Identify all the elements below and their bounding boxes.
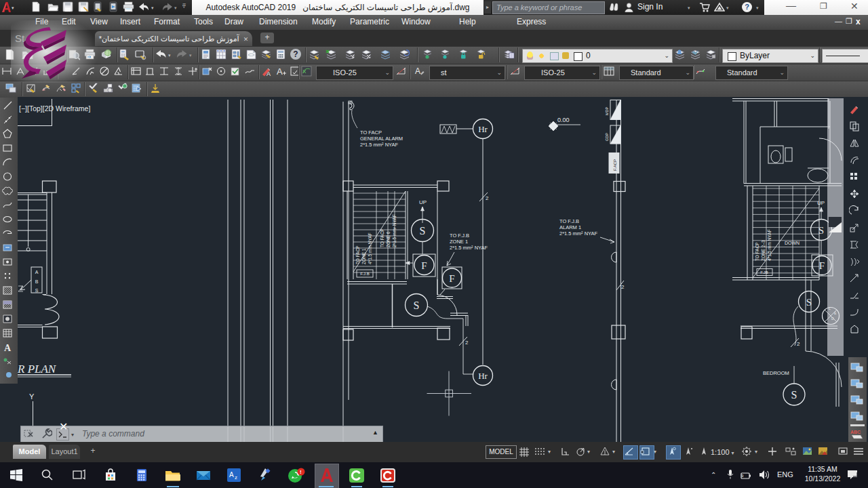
svg-text:4*1.5 mm NYAF: 4*1.5 mm NYAF bbox=[368, 232, 372, 264]
svg-text:F: F bbox=[819, 260, 825, 271]
svg-text:A: A bbox=[277, 66, 283, 77]
svg-text:S: S bbox=[818, 225, 824, 236]
svg-text:0.00: 0.00 bbox=[557, 117, 570, 123]
svg-text:!: ! bbox=[300, 469, 302, 475]
svg-text:F.J.B: F.J.B bbox=[360, 272, 369, 276]
svg-text:A: A bbox=[35, 270, 39, 274]
svg-text:ALARM 1: ALARM 1 bbox=[559, 224, 581, 230]
svg-text:ZONE 1: ZONE 1 bbox=[361, 248, 366, 264]
svg-text:S: S bbox=[420, 225, 426, 237]
svg-text:St: St bbox=[15, 33, 25, 44]
svg-text:2*1.5 mm² NYAF: 2*1.5 mm² NYAF bbox=[559, 230, 598, 237]
svg-text:2: 2 bbox=[486, 195, 489, 201]
svg-text:UP: UP bbox=[419, 199, 427, 205]
svg-text:ZONE 2–3: ZONE 2–3 bbox=[761, 240, 766, 261]
svg-text:UP: UP bbox=[817, 200, 825, 206]
svg-text:2*1.5 mm² NYAF: 2*1.5 mm² NYAF bbox=[360, 142, 399, 148]
svg-text:4*1.5 mm NYAF: 4*1.5 mm NYAF bbox=[767, 229, 772, 261]
svg-text:2: 2 bbox=[621, 284, 625, 290]
svg-text:F: F bbox=[421, 260, 427, 271]
svg-text:TO FACP: TO FACP bbox=[380, 228, 384, 247]
svg-text:S: S bbox=[414, 300, 420, 311]
svg-text:ZONE 1: ZONE 1 bbox=[450, 239, 468, 245]
svg-text:A: A bbox=[229, 471, 234, 479]
svg-text:F: F bbox=[449, 273, 454, 284]
svg-text:2: 2 bbox=[465, 340, 469, 346]
svg-text:[−][Top][2D Wireframe]: [−][Top][2D Wireframe] bbox=[19, 104, 90, 113]
svg-text:TO F.J.B: TO F.J.B bbox=[559, 218, 579, 224]
svg-text:Hr: Hr bbox=[478, 371, 488, 381]
svg-text:A: A bbox=[267, 70, 271, 77]
svg-text:Hr: Hr bbox=[478, 124, 488, 134]
svg-text:2: 2 bbox=[797, 341, 800, 347]
svg-text:GDP: GDP bbox=[605, 133, 609, 141]
svg-text:TO FACP: TO FACP bbox=[755, 242, 760, 261]
svg-text:DOWN: DOWN bbox=[785, 241, 800, 245]
svg-text:ABC: ABC bbox=[850, 430, 861, 434]
svg-text:F.ACP: F.ACP bbox=[613, 159, 617, 171]
svg-text:TO FACP: TO FACP bbox=[355, 245, 360, 264]
svg-text:2*1.5 mm² NYAF: 2*1.5 mm² NYAF bbox=[450, 245, 488, 251]
svg-text:GENERAL ALARM: GENERAL ALARM bbox=[360, 136, 403, 142]
svg-text:z: z bbox=[235, 474, 237, 481]
svg-text:TO FACP: TO FACP bbox=[360, 129, 382, 136]
svg-text:9: 9 bbox=[741, 474, 744, 478]
svg-text:MDP: MDP bbox=[605, 106, 609, 115]
svg-text:BEDROOM: BEDROOM bbox=[763, 370, 789, 376]
svg-text:TO F.J.B: TO F.J.B bbox=[450, 232, 469, 239]
svg-text:A: A bbox=[415, 66, 420, 76]
svg-text:B: B bbox=[35, 279, 39, 284]
svg-text:S: S bbox=[791, 389, 797, 401]
svg-text:Y: Y bbox=[29, 392, 35, 401]
svg-text:R PLAN: R PLAN bbox=[17, 363, 57, 375]
svg-text:ZONE 6: ZONE 6 bbox=[386, 231, 391, 247]
svg-text:F.JB: F.JB bbox=[760, 270, 768, 274]
svg-text:S: S bbox=[35, 288, 39, 293]
svg-text:2*1.5 mm² NYAF: 2*1.5 mm² NYAF bbox=[392, 214, 397, 247]
